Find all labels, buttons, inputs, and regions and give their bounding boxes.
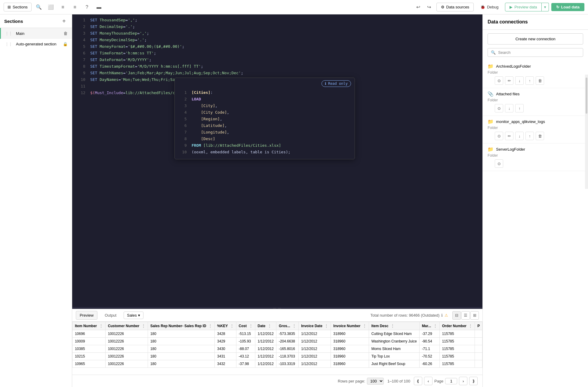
snippet-btn[interactable]: ▬ [94, 2, 104, 12]
popup-line-2: 2 LOAD [175, 96, 355, 103]
col-sales-rep: Sales Rep Number- Sales Rep ID ⋮ [148, 322, 214, 330]
popup-code: 1 [Cities]: 2 LOAD 3 [City], 4 [City Cod… [175, 88, 355, 159]
sidebar-header: Sections + [0, 14, 72, 28]
prev-page-btn[interactable]: ‹ [424, 377, 433, 385]
load-data-btn[interactable]: ↻ Load data [551, 3, 584, 11]
comment-btn[interactable]: ⬜ [46, 2, 56, 12]
conn-actions-serverlog: ⊙ [488, 159, 583, 168]
read-only-badge: ℹ Read only [322, 80, 351, 87]
bottom-panel-header: Preview Output Sales ▾ Total number of r… [72, 309, 482, 322]
next-page-btn[interactable]: › [459, 377, 467, 385]
scrollbar-thumb [586, 78, 587, 114]
conn-insert-load-btn-monitor[interactable]: ↓ [515, 132, 524, 140]
sales-select[interactable]: Sales ▾ [124, 312, 143, 319]
popup-line-3: 3 [City], [175, 103, 355, 109]
conn-insert-load-btn-attached[interactable]: ↓ [505, 104, 513, 112]
right-panel: Data connections Create new connection 🔍… [482, 14, 588, 387]
data-sources-btn[interactable]: ⚙ Data sources [436, 3, 474, 11]
debug-btn[interactable]: 🐞 Debug [476, 3, 503, 11]
drag-handle-icon-2: ⋮⋮ [5, 42, 12, 46]
conn-insert-load-btn-archived[interactable]: ↓ [515, 76, 524, 85]
code-line-2: 2 SET DecimalSep='.'; [72, 23, 482, 30]
col-p: P [475, 322, 482, 330]
code-editor[interactable]: 1 SET ThousandSep=','; 2 SET DecimalSep=… [72, 14, 482, 307]
conn-select-btn-attached[interactable]: ⊙ [495, 104, 503, 112]
delete-section-icon[interactable]: 🗑 [63, 31, 68, 36]
code-line-3: 3 SET MoneyThousandSep=','; [72, 30, 482, 37]
popup-line-7: 7 [Longitude], [175, 129, 355, 136]
conn-insert-store-btn-monitor[interactable]: ↑ [525, 132, 534, 140]
sidebar-item-main[interactable]: ⋮⋮ Main 🗑 [0, 28, 72, 39]
table-row: 10965100122261803432-37.981/12/2012-103.… [72, 360, 482, 368]
search-input[interactable] [498, 50, 580, 55]
view-table-btn[interactable]: ⊟ [452, 311, 461, 320]
undo-redo-group: ↩ ↪ [414, 2, 434, 12]
table-row: 10009100122261803429-105.931/12/2012-204… [72, 338, 482, 345]
search-box[interactable]: 🔍 [488, 48, 583, 57]
create-connection-btn[interactable]: Create new connection [488, 33, 583, 45]
conn-actions-attached: ⊙ ↓ ↑ [488, 104, 583, 112]
indent-increase-btn[interactable]: ≡ [58, 2, 68, 12]
code-line-1: 1 SET ThousandSep=','; [72, 17, 482, 23]
right-panel-scrollbar[interactable] [585, 75, 588, 189]
popup-line-9: 9 FROM [lib://AttachedFiles/Cities.xlsx] [175, 142, 355, 149]
col-mar: Mar... ⋮ [419, 322, 439, 330]
info-icon: ℹ [325, 81, 326, 86]
grid-icon: ⊞ [8, 5, 11, 9]
indent-decrease-btn[interactable]: ≡ [70, 2, 80, 12]
table-row: 10696100122261803428-513.151/12/2012-573… [72, 330, 482, 338]
search-icon: 🔍 [491, 50, 496, 55]
last-page-btn[interactable]: ⟫ [469, 377, 478, 385]
help-btn[interactable]: ? [82, 2, 92, 12]
col-pkey: %KEY ⋮ [215, 322, 236, 330]
output-tab[interactable]: Output [101, 311, 120, 319]
main-layout: Sections + ⋮⋮ Main 🗑 ⋮⋮ Auto-generated s… [0, 14, 588, 387]
undo-btn[interactable]: ↩ [414, 2, 423, 12]
view-list-btn[interactable]: ☰ [461, 311, 470, 320]
sidebar-add-btn[interactable]: + [60, 17, 68, 25]
popup-line-5: 5 [Region], [175, 116, 355, 122]
conn-delete-btn-archived[interactable]: 🗑 [536, 76, 544, 85]
conn-item-attached: 📎 Attached files Folder ⊙ ↓ ↑ [483, 88, 588, 116]
col-item-desc: Item Desc ⋮ [369, 322, 419, 330]
rows-per-page: Rows per page: 100 50 25 [338, 378, 384, 385]
conn-edit-btn-archived[interactable]: ✏ [505, 76, 513, 85]
sidebar-item-autogen[interactable]: ⋮⋮ Auto-generated section 🔒 [0, 39, 72, 49]
debug-icon: 🐞 [480, 5, 485, 9]
preview-icon: ▶ [509, 5, 513, 9]
conn-select-btn-archived[interactable]: ⊙ [495, 76, 503, 85]
rows-per-page-select[interactable]: 100 50 25 [367, 378, 384, 385]
connections-list: 📁 ArchivedLogsFolder Folder ⊙ ✏ ↓ ↑ 🗑 📎 … [483, 60, 588, 387]
col-item-number: Item Number ⋮ [72, 322, 105, 330]
redo-btn[interactable]: ↪ [424, 2, 434, 12]
col-cost: Cost ⋮ [236, 322, 255, 330]
search-btn[interactable]: 🔍 [34, 2, 44, 12]
data-sources-icon: ⚙ [441, 5, 445, 9]
conn-select-btn-serverlog[interactable]: ⊙ [495, 159, 503, 168]
folder-icon-monitor: 📁 [488, 119, 494, 124]
col-date: Date ⋮ [255, 322, 276, 330]
col-invoice-number: Invoice Number ⋮ [331, 322, 369, 330]
sections-toggle-btn[interactable]: ⊞ Sections [4, 3, 32, 11]
conn-item-archived: 📁 ArchivedLogsFolder Folder ⊙ ✏ ↓ ↑ 🗑 [483, 60, 588, 88]
preview-tab[interactable]: Preview [76, 311, 97, 320]
preview-data-btn[interactable]: ▶ Preview data [505, 3, 541, 11]
conn-select-btn-monitor[interactable]: ⊙ [495, 132, 503, 140]
popup-header: ℹ Read only [175, 78, 355, 88]
code-line-6: 6 SET TimeFormat='h:mm:ss TT'; [72, 50, 482, 57]
conn-insert-store-btn-archived[interactable]: ↑ [525, 76, 534, 85]
conn-actions-archived: ⊙ ✏ ↓ ↑ 🗑 [488, 76, 583, 85]
view-grid-btn[interactable]: ⊞ [470, 311, 479, 320]
pagination-nav: ⟪ ‹ Page › ⟫ [414, 377, 478, 385]
first-page-btn[interactable]: ⟪ [414, 377, 422, 385]
left-sidebar: Sections + ⋮⋮ Main 🗑 ⋮⋮ Auto-generated s… [0, 14, 72, 387]
load-icon: ↻ [556, 5, 559, 9]
conn-insert-store-btn-attached[interactable]: ↑ [515, 104, 524, 112]
conn-edit-btn-monitor[interactable]: ✏ [505, 132, 513, 140]
data-table-wrapper[interactable]: Item Number ⋮ Customer Number ⋮ Sales Re… [72, 322, 482, 375]
page-input[interactable] [445, 378, 457, 384]
conn-item-serverlog: 📁 ServerLogFolder Folder ⊙ [483, 143, 588, 171]
preview-data-dropdown-btn[interactable]: ▾ [542, 3, 549, 11]
popup-line-4: 4 [City Code], [175, 109, 355, 116]
conn-delete-btn-monitor[interactable]: 🗑 [536, 132, 544, 140]
